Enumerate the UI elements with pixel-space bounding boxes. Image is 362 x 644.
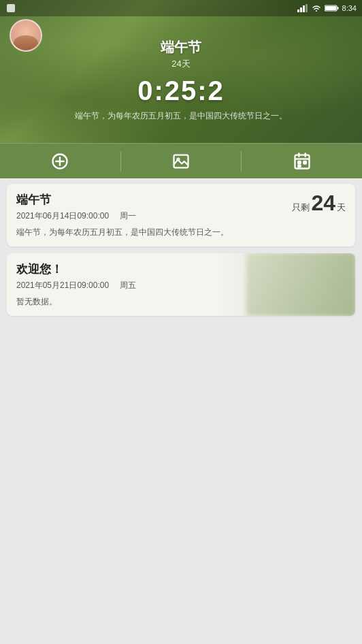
hero-timer: 0:25:2 xyxy=(137,76,225,106)
status-left xyxy=(5,3,16,14)
card-1-weekday: 周一 xyxy=(120,210,136,222)
status-bar: 8:34 xyxy=(0,0,362,16)
svg-rect-17 xyxy=(298,161,301,164)
plus-icon xyxy=(50,152,69,171)
card-2-weekday: 周五 xyxy=(120,280,136,291)
svg-rect-7 xyxy=(325,6,336,10)
card-1-description: 端午节，为每年农历五月初五，是中国四大传统节日之一。 xyxy=(16,226,346,238)
avatar-image xyxy=(11,20,41,50)
wifi-icon xyxy=(311,4,322,12)
calendar-button[interactable] xyxy=(242,144,362,178)
battery-icon xyxy=(325,4,340,12)
svg-rect-1 xyxy=(297,10,299,12)
add-button[interactable] xyxy=(0,144,120,178)
card-1-days-num: 24 xyxy=(311,192,335,214)
svg-rect-2 xyxy=(300,7,302,12)
event-card-1[interactable]: 端午节 2021年06月14日09:00:00 周一 只剩 24 天 端午节，为… xyxy=(7,184,355,246)
app-icon xyxy=(5,3,16,14)
svg-rect-13 xyxy=(295,155,309,168)
hero-description: 端午节，为每年农历五月初五，是中国四大传统节日之一。 xyxy=(61,110,301,122)
card-1-countdown: 只剩 24 天 xyxy=(292,192,346,214)
avatar[interactable] xyxy=(10,19,42,52)
calendar-icon xyxy=(293,152,312,171)
image-icon xyxy=(171,152,191,171)
card-2-bg xyxy=(246,253,355,316)
hero-subtitle: 24天 xyxy=(171,58,190,70)
signal-icon xyxy=(297,4,308,12)
svg-rect-4 xyxy=(306,4,308,12)
svg-rect-18 xyxy=(303,161,306,164)
svg-rect-3 xyxy=(303,5,305,12)
time-display: 8:34 xyxy=(342,4,357,12)
toolbar xyxy=(0,143,362,178)
svg-rect-6 xyxy=(337,7,338,10)
image-button[interactable] xyxy=(121,144,242,178)
status-right: 8:34 xyxy=(297,4,357,12)
svg-rect-19 xyxy=(298,165,301,166)
card-1-days-suffix: 天 xyxy=(337,202,346,214)
svg-rect-0 xyxy=(7,4,15,12)
event-card-2[interactable]: 欢迎您！ 2021年05月21日09:00:00 周五 暂无数据。 xyxy=(7,253,355,316)
content-area: 端午节 2021年06月14日09:00:00 周一 只剩 24 天 端午节，为… xyxy=(0,178,362,644)
card-1-days-prefix: 只剩 xyxy=(292,202,310,214)
hero-section: 端午节 24天 0:25:2 端午节，为每年农历五月初五，是中国四大传统节日之一… xyxy=(0,0,362,143)
hero-title: 端午节 xyxy=(161,38,201,57)
card-2-date: 2021年05月21日09:00:00 xyxy=(16,280,109,291)
card-1-date: 2021年06月14日09:00:00 xyxy=(16,210,109,222)
